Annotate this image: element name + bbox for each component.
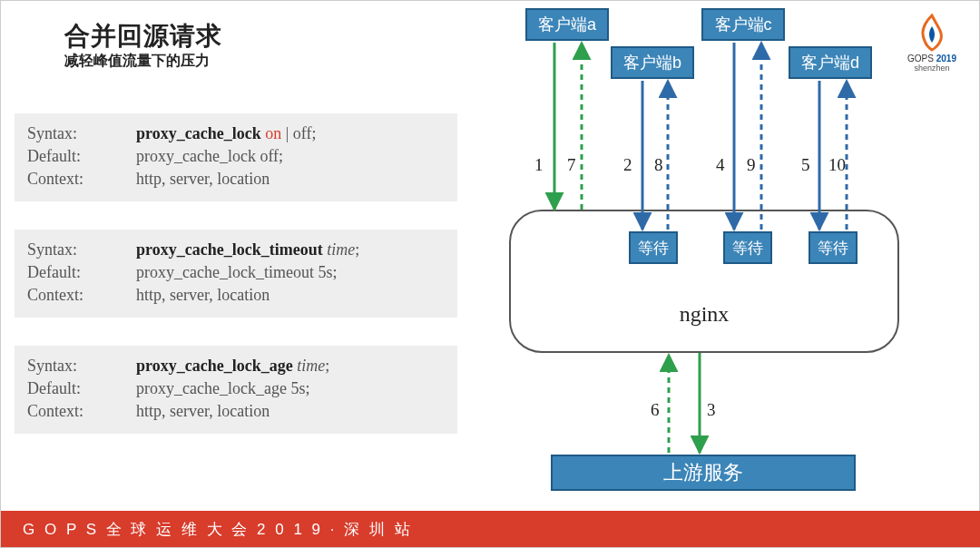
syntax-value: proxy_cache_lock_age time; bbox=[136, 357, 445, 376]
label-syntax: Syntax: bbox=[27, 240, 136, 259]
label-default: Default: bbox=[27, 147, 136, 166]
request-flow-diagram: 客户端a 客户端b 客户端c 客户端d nginx 等待 等待 等待 上游服务 bbox=[509, 1, 963, 509]
num-4: 4 bbox=[716, 155, 725, 175]
label-syntax: Syntax: bbox=[27, 357, 136, 376]
label-context: Context: bbox=[27, 286, 136, 305]
label-context: Context: bbox=[27, 402, 136, 421]
default-value: proxy_cache_lock_timeout 5s; bbox=[136, 263, 445, 282]
label-default: Default: bbox=[27, 379, 136, 398]
num-1: 1 bbox=[534, 155, 544, 175]
context-value: http, server, location bbox=[136, 402, 445, 421]
num-2: 2 bbox=[623, 155, 632, 175]
num-9: 9 bbox=[747, 155, 756, 175]
label-default: Default: bbox=[27, 263, 136, 282]
label-syntax: Syntax: bbox=[27, 124, 136, 143]
label-context: Context: bbox=[27, 170, 136, 189]
context-value: http, server, location bbox=[136, 286, 445, 305]
num-3: 3 bbox=[707, 400, 716, 420]
syntax-value: proxy_cache_lock_timeout time; bbox=[136, 240, 445, 259]
num-5: 5 bbox=[801, 155, 810, 175]
context-value: http, server, location bbox=[136, 170, 445, 189]
slide-title: 合并回源请求 bbox=[64, 19, 222, 54]
syntax-value: proxy_cache_lock on | off; bbox=[136, 124, 445, 143]
config-block-3: Syntax: proxy_cache_lock_age time; Defau… bbox=[15, 346, 457, 434]
num-10: 10 bbox=[828, 155, 846, 175]
num-6: 6 bbox=[651, 400, 660, 420]
slide-root: 合并回源请求 减轻峰值流量下的压力 Syntax: proxy_cache_lo… bbox=[0, 0, 980, 548]
config-block-2: Syntax: proxy_cache_lock_timeout time; D… bbox=[15, 230, 457, 318]
footer-bar: G O P S 全 球 运 维 大 会 2 0 1 9 · 深 圳 站 bbox=[1, 511, 980, 547]
num-7: 7 bbox=[567, 155, 576, 175]
slide-subtitle: 减轻峰值流量下的压力 bbox=[64, 52, 222, 71]
arrows-svg bbox=[509, 1, 963, 509]
num-8: 8 bbox=[654, 155, 663, 175]
footer-text: G O P S 全 球 运 维 大 会 2 0 1 9 · 深 圳 站 bbox=[23, 519, 413, 540]
default-value: proxy_cache_lock off; bbox=[136, 147, 445, 166]
title-block: 合并回源请求 减轻峰值流量下的压力 bbox=[64, 19, 222, 71]
config-block-1: Syntax: proxy_cache_lock on | off; Defau… bbox=[15, 113, 457, 201]
default-value: proxy_cache_lock_age 5s; bbox=[136, 379, 445, 398]
